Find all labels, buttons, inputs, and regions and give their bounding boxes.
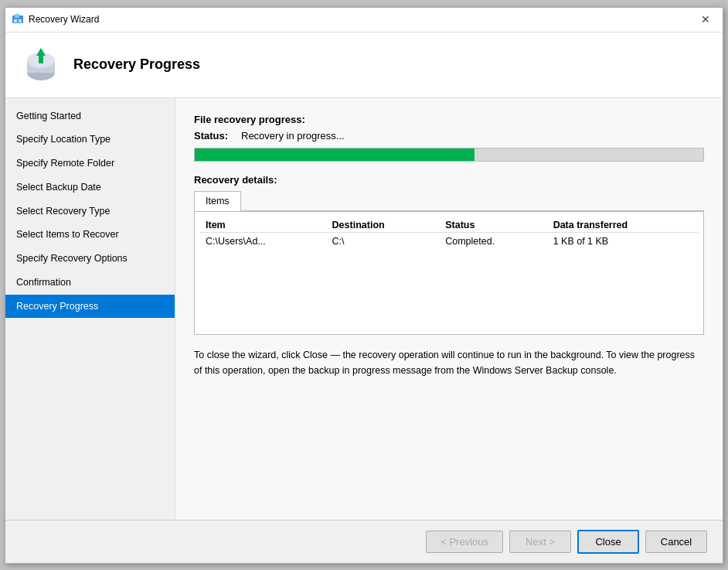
close-button[interactable]: Close (577, 530, 639, 554)
recovery-icon (21, 45, 61, 85)
recovery-wizard-window: Recovery Wizard ✕ Recovery Progress Gett… (5, 7, 723, 564)
window-title: Recovery Wizard (29, 14, 695, 25)
cancel-button[interactable]: Cancel (645, 531, 707, 553)
content-area: File recovery progress: Status: Recovery… (175, 98, 723, 520)
window-icon (12, 13, 24, 26)
title-bar: Recovery Wizard ✕ (5, 8, 723, 32)
tab-items[interactable]: Items (194, 191, 241, 211)
sidebar-item-specify-remote-folder[interactable]: Specify Remote Folder (5, 152, 175, 176)
sidebar-item-specify-recovery-options[interactable]: Specify Recovery Options (5, 247, 175, 271)
main-area: Getting StartedSpecify Location TypeSpec… (5, 98, 723, 520)
sidebar-item-select-recovery-type[interactable]: Select Recovery Type (5, 200, 175, 224)
next-button[interactable]: Next > (509, 531, 571, 553)
svg-point-3 (17, 20, 19, 22)
table-header: ItemDestinationStatusData transferred (199, 218, 699, 233)
wizard-header: Recovery Progress (5, 32, 723, 98)
tab-bar: Items (194, 190, 704, 211)
status-row: Status: Recovery in progress... (194, 130, 704, 142)
svg-rect-1 (15, 14, 19, 18)
previous-button[interactable]: < Previous (426, 531, 503, 553)
items-table-container: ItemDestinationStatusData transferred C:… (194, 211, 704, 335)
progress-bar-fill (195, 148, 475, 161)
sidebar-item-select-items-to-recover[interactable]: Select Items to Recover (5, 223, 175, 247)
status-label: Status: (194, 130, 236, 142)
header-title: Recovery Progress (73, 56, 200, 73)
sidebar-item-select-backup-date[interactable]: Select Backup Date (5, 176, 175, 200)
sidebar: Getting StartedSpecify Location TypeSpec… (5, 98, 175, 520)
info-text: To close the wizard, click Close — the r… (194, 347, 704, 378)
sidebar-item-specify-location-type[interactable]: Specify Location Type (5, 128, 175, 152)
items-table: ItemDestinationStatusData transferred C:… (199, 218, 699, 250)
footer: < Previous Next > Close Cancel (5, 520, 723, 563)
status-value: Recovery in progress... (241, 130, 345, 142)
recovery-details-label: Recovery details: (194, 174, 704, 186)
table-row: C:\Users\Ad...C:\Completed.1 KB of 1 KB (199, 232, 699, 250)
close-window-button[interactable]: ✕ (695, 9, 716, 30)
file-recovery-label: File recovery progress: (194, 114, 704, 125)
sidebar-item-getting-started[interactable]: Getting Started (5, 104, 175, 128)
table-body: C:\Users\Ad...C:\Completed.1 KB of 1 KB (199, 232, 699, 250)
sidebar-item-confirmation[interactable]: Confirmation (5, 271, 175, 295)
progress-bar-container (194, 148, 704, 162)
sidebar-item-recovery-progress[interactable]: Recovery Progress (5, 295, 175, 319)
